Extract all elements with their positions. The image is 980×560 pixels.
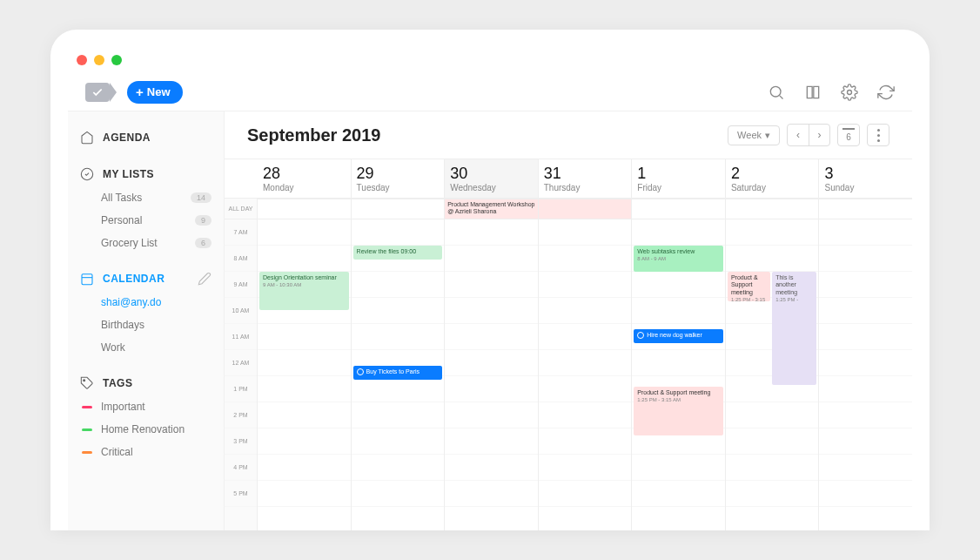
day-col-fri[interactable]: Web subtasks review8 AM - 9 AM Hire new … <box>632 199 726 530</box>
plus-icon: + <box>136 84 144 99</box>
svg-point-2 <box>848 90 852 94</box>
sidebar-agenda[interactable]: AGENDA <box>68 125 224 150</box>
more-menu-button[interactable] <box>867 124 889 146</box>
sidebar-agenda-label: AGENDA <box>103 132 151 144</box>
check-icon <box>91 86 104 98</box>
event-another-meeting[interactable]: This is another meeting1:25 PM - <box>772 272 816 385</box>
tag-icon <box>80 376 94 390</box>
book-icon[interactable] <box>804 84 822 101</box>
sidebar-calendar[interactable]: CALENDAR <box>68 267 224 291</box>
topbar: + New <box>68 73 912 111</box>
day-col-mon[interactable]: Design Orientation seminar9 AM - 10:30 A… <box>258 199 352 530</box>
search-icon[interactable] <box>768 84 785 101</box>
tag-color-icon <box>82 428 92 431</box>
task-circle-icon <box>357 368 364 375</box>
tag-color-icon <box>82 406 92 408</box>
sidebar-tag-home[interactable]: Home Renovation <box>68 418 224 441</box>
day-head-sat[interactable]: 2Saturday <box>726 159 819 198</box>
calendar-view: September 2019 Week▾ ‹ › 6 28Monday 29Tu… <box>225 111 912 530</box>
day-col-tue[interactable]: Review the files 09:00 Buy Tickets to Pa… <box>352 199 446 530</box>
day-col-sun[interactable] <box>819 199 912 530</box>
view-selector[interactable]: Week▾ <box>728 125 780 145</box>
day-col-sat[interactable]: Product & Support meeting1:25 PM - 3:15 … <box>726 199 820 530</box>
event-review-files[interactable]: Review the files 09:00 <box>353 246 443 260</box>
event-subtasks-review[interactable]: Web subtasks review8 AM - 9 AM <box>634 246 723 272</box>
event-hire-dogwalker[interactable]: Hire new dog walker <box>634 329 723 343</box>
svg-point-0 <box>770 86 781 97</box>
maximize-icon[interactable] <box>111 55 122 65</box>
sidebar-mylists-label: MY LISTS <box>103 168 154 180</box>
calendar-header: September 2019 Week▾ ‹ › 6 <box>225 111 912 159</box>
task-circle-icon <box>637 332 644 339</box>
sidebar-tag-critical[interactable]: Critical <box>68 441 224 463</box>
sidebar-item-grocery[interactable]: Grocery List6 <box>68 232 224 254</box>
sidebar-mylists[interactable]: MY LISTS <box>68 162 224 186</box>
event-product-support-fri[interactable]: Product & Support meeting1:25 PM - 3:15 … <box>634 387 723 435</box>
sync-icon[interactable] <box>877 84 895 101</box>
sidebar-tags[interactable]: TAGS <box>68 371 224 395</box>
day-head-fri[interactable]: 1Friday <box>632 159 725 198</box>
calendar-icon <box>80 272 94 286</box>
time-gutter: ALL DAY 7 AM 8 AM 9 AM 10 AM 11 AM 12 AM… <box>225 199 258 530</box>
day-head-wed[interactable]: 30Wednesday <box>445 159 538 198</box>
minimize-icon[interactable] <box>94 55 104 65</box>
sidebar-item-personal[interactable]: Personal9 <box>68 209 224 232</box>
calendar-title: September 2019 <box>247 125 380 145</box>
event-product-support-sat[interactable]: Product & Support meeting1:25 PM - 3:15 <box>728 272 770 301</box>
check-circle-icon <box>80 167 94 181</box>
sidebar-tag-important[interactable]: Important <box>68 395 224 418</box>
edit-icon[interactable] <box>198 272 211 286</box>
svg-point-6 <box>84 380 85 381</box>
chevron-down-icon: ▾ <box>765 130 770 141</box>
sidebar-cal-account[interactable]: shai@any.do <box>68 291 224 314</box>
tag-color-icon <box>82 451 92 454</box>
day-head-sun[interactable]: 3Sunday <box>819 159 912 198</box>
sidebar-calendar-label: CALENDAR <box>103 273 164 285</box>
day-col-wed[interactable]: Product Management Workshop @ Azrieli Sh… <box>445 199 539 530</box>
sidebar-cal-birthdays[interactable]: Birthdays <box>68 314 224 336</box>
event-design-seminar[interactable]: Design Orientation seminar9 AM - 10:30 A… <box>259 272 349 310</box>
window-titlebar <box>68 47 912 73</box>
close-icon[interactable] <box>77 55 87 65</box>
event-buy-tickets[interactable]: Buy Tickets to Paris <box>353 366 443 380</box>
event-workshop[interactable]: Product Management Workshop @ Azrieli Sh… <box>445 199 538 219</box>
filter-button[interactable] <box>85 83 110 102</box>
sidebar-tags-label: TAGS <box>103 377 132 389</box>
sidebar-item-alltasks[interactable]: All Tasks14 <box>68 186 224 209</box>
svg-rect-4 <box>82 274 92 285</box>
day-col-thu[interactable] <box>539 199 633 530</box>
new-button[interactable]: + New <box>127 81 183 104</box>
today-button[interactable]: 6 <box>837 124 860 146</box>
new-button-label: New <box>147 85 171 98</box>
day-head-mon[interactable]: 28Monday <box>258 159 351 198</box>
sidebar-cal-work[interactable]: Work <box>68 336 224 359</box>
day-head-thu[interactable]: 31Thursday <box>539 159 632 198</box>
day-headers: 28Monday 29Tuesday 30Wednesday 31Thursda… <box>258 159 912 198</box>
day-head-tue[interactable]: 29Tuesday <box>352 159 445 198</box>
home-icon <box>80 131 94 145</box>
week-nav: ‹ › <box>787 124 830 146</box>
next-week-button[interactable]: › <box>809 125 829 145</box>
prev-week-button[interactable]: ‹ <box>788 125 809 145</box>
gear-icon[interactable] <box>841 84 858 101</box>
svg-line-1 <box>780 95 783 98</box>
sidebar: AGENDA MY LISTS All Tasks14 Personal9 Gr… <box>68 111 225 530</box>
